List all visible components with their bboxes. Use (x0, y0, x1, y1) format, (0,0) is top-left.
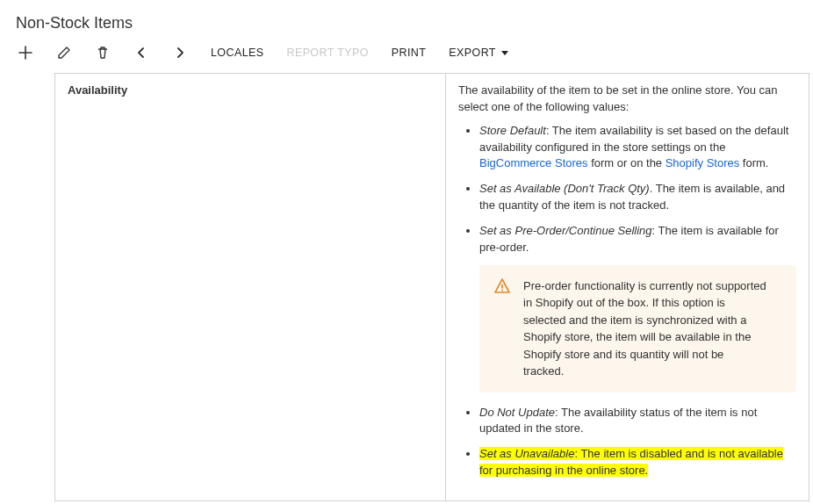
row-description: The availability of the item to be set i… (446, 74, 809, 501)
shopify-stores-link[interactable]: Shopify Stores (666, 156, 740, 169)
option-text: form or on the (588, 156, 666, 169)
list-item: Do Not Update: The availability status o… (479, 405, 796, 438)
report-typo-button: REPORT TYPO (286, 47, 368, 59)
warning-callout: Pre-order functionality is currently not… (479, 265, 796, 392)
list-item: Set as Available (Don't Track Qty). The … (479, 181, 796, 214)
toolbar: LOCALES REPORT TYPO PRINT EXPORT (16, 45, 797, 61)
table-row: Availability The availability of the ite… (55, 74, 809, 501)
bigcommerce-stores-link[interactable]: BigCommerce Stores (479, 156, 588, 169)
list-item: Set as Pre-Order/Continue Selling: The i… (479, 223, 796, 392)
list-item: Set as Unavailable: The item is disabled… (479, 446, 796, 479)
chevron-down-icon (501, 51, 508, 55)
option-label: Do Not Update (479, 406, 555, 419)
delete-icon[interactable] (95, 45, 111, 61)
svg-point-1 (501, 289, 503, 291)
intro-text: The availability of the item to be set i… (458, 83, 778, 113)
edit-icon[interactable] (56, 45, 72, 61)
export-button[interactable]: EXPORT (449, 47, 508, 59)
warning-text: Pre-order functionality is currently not… (523, 277, 782, 380)
export-label: EXPORT (449, 47, 496, 59)
warning-icon (493, 277, 511, 380)
print-button[interactable]: PRINT (392, 47, 427, 59)
option-label: Set as Unavailable (479, 447, 574, 460)
add-icon[interactable] (18, 45, 33, 61)
row-heading: Availability (55, 74, 446, 501)
option-label: Store Default (479, 124, 546, 137)
next-icon[interactable] (172, 45, 188, 61)
page-title: Non-Stock Items (16, 14, 797, 32)
option-text: form. (739, 156, 768, 169)
locales-button[interactable]: LOCALES (211, 47, 263, 59)
option-label: Set as Pre-Order/Continue Selling (479, 224, 652, 237)
prev-icon[interactable] (133, 45, 149, 61)
option-label: Set as Available (Don't Track Qty) (479, 182, 650, 195)
list-item: Store Default: The item availability is … (479, 123, 796, 173)
definition-table: Availability The availability of the ite… (54, 73, 809, 501)
